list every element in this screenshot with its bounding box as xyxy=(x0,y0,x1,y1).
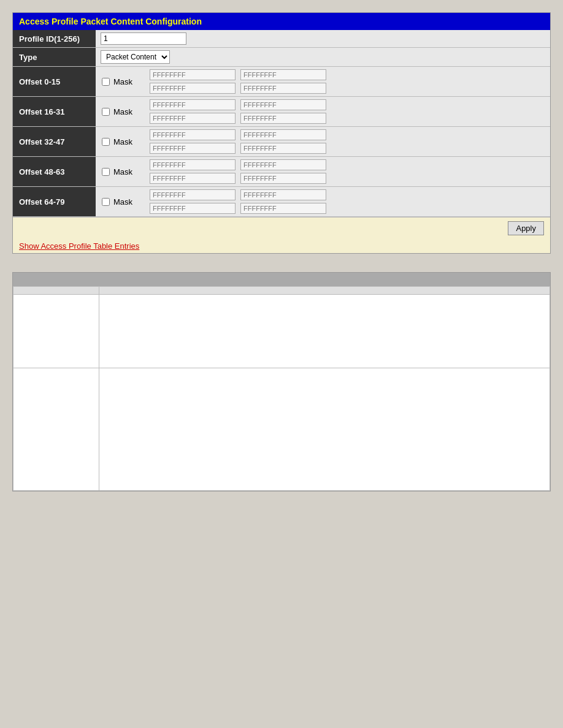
offset-section-3: Offset 48-63 Mask xyxy=(13,157,550,187)
profile-id-input[interactable] xyxy=(101,32,186,45)
profile-id-label: Profile ID(1-256) xyxy=(13,30,96,47)
offset-input-1a-4[interactable] xyxy=(150,189,236,200)
col-header-2 xyxy=(99,287,550,295)
offset-input-1a-2[interactable] xyxy=(150,129,236,140)
offset-checkbox-1[interactable] xyxy=(102,108,110,116)
offset-input-1b-4[interactable] xyxy=(240,189,326,200)
offset-mask-label-1: Mask xyxy=(113,107,132,116)
offset-checkbox-area-2: Mask xyxy=(96,127,145,156)
offset-fields-1 xyxy=(145,97,550,126)
offset-mask-label-4: Mask xyxy=(113,197,132,207)
table-body xyxy=(13,295,550,491)
offset-fields-3 xyxy=(145,157,550,186)
offset-input-1b-0[interactable] xyxy=(240,69,326,80)
table-row-1 xyxy=(13,368,550,491)
offset-label-0: Offset 0-15 xyxy=(13,67,96,96)
page-wrapper: Access Profile Packet Content Configurat… xyxy=(12,12,551,491)
offset-fields-4 xyxy=(145,187,550,216)
offset-input-2b-1[interactable] xyxy=(240,113,326,124)
offset-checkbox-area-1: Mask xyxy=(96,97,145,126)
offset-input-2b-2[interactable] xyxy=(240,143,326,154)
offset-field-row2-3 xyxy=(150,173,545,184)
offset-mask-label-2: Mask xyxy=(113,137,132,146)
offset-checkbox-area-4: Mask xyxy=(96,187,145,216)
offset-section-1: Offset 16-31 Mask xyxy=(13,97,550,127)
offset-checkbox-area-3: Mask xyxy=(96,157,145,186)
offset-field-row2-0 xyxy=(150,83,545,94)
type-label: Type xyxy=(13,48,96,66)
offset-mask-label-3: Mask xyxy=(113,167,132,176)
table-header-bar xyxy=(13,273,550,286)
type-row: Type Packet Content Ethernet IP IPv6 MPL… xyxy=(13,48,550,67)
offset-checkbox-4[interactable] xyxy=(102,198,110,206)
offset-checkbox-3[interactable] xyxy=(102,168,110,176)
offset-checkbox-area-0: Mask xyxy=(96,67,145,96)
offset-input-2a-2[interactable] xyxy=(150,143,236,154)
offset-checkbox-2[interactable] xyxy=(102,138,110,146)
config-panel: Access Profile Packet Content Configurat… xyxy=(12,12,551,254)
table-row-0 xyxy=(13,295,550,368)
offset-input-2a-1[interactable] xyxy=(150,113,236,124)
table-header-row xyxy=(13,287,550,295)
offset-section-2: Offset 32-47 Mask xyxy=(13,127,550,157)
offset-field-row1-2 xyxy=(150,129,545,140)
offset-field-row2-4 xyxy=(150,203,545,214)
offset-input-2a-3[interactable] xyxy=(150,173,236,184)
bottom-table xyxy=(13,286,550,491)
offset-input-2b-0[interactable] xyxy=(240,83,326,94)
offset-field-row1-0 xyxy=(150,69,545,80)
table-cell-left-1 xyxy=(13,368,99,491)
offset-input-1b-2[interactable] xyxy=(240,129,326,140)
offset-input-1a-0[interactable] xyxy=(150,69,236,80)
profile-id-row: Profile ID(1-256) xyxy=(13,30,550,48)
offset-input-1a-3[interactable] xyxy=(150,159,236,170)
offset-input-2b-3[interactable] xyxy=(240,173,326,184)
table-cell-right-1 xyxy=(99,368,550,491)
offset-mask-label-0: Mask xyxy=(113,77,132,86)
offset-field-row1-1 xyxy=(150,99,545,110)
table-cell-left-0 xyxy=(13,295,99,368)
offset-label-1: Offset 16-31 xyxy=(13,97,96,126)
apply-button[interactable]: Apply xyxy=(508,221,544,235)
offset-field-row2-2 xyxy=(150,143,545,154)
table-cell-right-0 xyxy=(99,295,550,368)
offset-field-row2-1 xyxy=(150,113,545,124)
link-row: Show Access Profile Table Entries xyxy=(13,239,550,253)
offset-rows-container: Offset 0-15 Mask Offset 16-31 Mask xyxy=(13,67,550,217)
offset-label-2: Offset 32-47 xyxy=(13,127,96,156)
offset-section-0: Offset 0-15 Mask xyxy=(13,67,550,97)
offset-checkbox-0[interactable] xyxy=(102,78,110,86)
offset-input-2a-4[interactable] xyxy=(150,203,236,214)
offset-input-1b-1[interactable] xyxy=(240,99,326,110)
offset-fields-2 xyxy=(145,127,550,156)
offset-input-2a-0[interactable] xyxy=(150,83,236,94)
profile-id-value-cell xyxy=(96,30,550,47)
type-select[interactable]: Packet Content Ethernet IP IPv6 MPLS xyxy=(101,50,170,64)
config-title: Access Profile Packet Content Configurat… xyxy=(13,13,550,30)
offset-label-4: Offset 64-79 xyxy=(13,187,96,216)
offset-field-row1-3 xyxy=(150,159,545,170)
table-panel xyxy=(12,272,551,491)
offset-input-1a-1[interactable] xyxy=(150,99,236,110)
type-value-cell: Packet Content Ethernet IP IPv6 MPLS xyxy=(96,48,550,66)
col-header-1 xyxy=(13,287,99,295)
offset-section-4: Offset 64-79 Mask xyxy=(13,187,550,217)
offset-field-row1-4 xyxy=(150,189,545,200)
offset-input-1b-3[interactable] xyxy=(240,159,326,170)
offset-label-3: Offset 48-63 xyxy=(13,157,96,186)
apply-row: Apply xyxy=(13,217,550,239)
show-table-link[interactable]: Show Access Profile Table Entries xyxy=(19,241,139,251)
panel-title-text: Access Profile Packet Content Configurat… xyxy=(19,17,202,26)
offset-fields-0 xyxy=(145,67,550,96)
offset-input-2b-4[interactable] xyxy=(240,203,326,214)
